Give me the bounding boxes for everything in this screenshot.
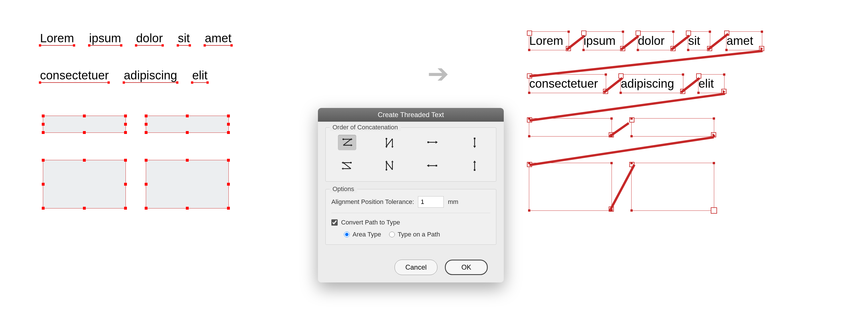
tolerance-input[interactable] xyxy=(418,196,444,208)
tolerance-label: Alignment Position Tolerance: xyxy=(331,198,414,206)
svg-marker-26 xyxy=(385,161,388,162)
svg-marker-23 xyxy=(342,168,343,170)
svg-marker-32 xyxy=(427,164,429,167)
group-label: Order of Concatenation xyxy=(330,124,401,131)
svg-marker-5 xyxy=(351,144,352,146)
thread-link-icon xyxy=(707,33,729,51)
in-port-icon[interactable] xyxy=(636,31,641,36)
area-type-radio[interactable] xyxy=(344,232,350,237)
svg-marker-29 xyxy=(391,161,394,162)
svg-rect-15 xyxy=(474,138,475,139)
in-port-icon[interactable] xyxy=(527,31,532,36)
svg-line-9 xyxy=(386,139,392,146)
svg-marker-2 xyxy=(351,138,352,140)
in-port-icon[interactable] xyxy=(581,31,586,36)
point-text[interactable]: ipsum xyxy=(89,31,121,46)
point-text[interactable]: Lorem xyxy=(40,31,74,46)
svg-marker-11 xyxy=(391,146,394,148)
order-lr-button[interactable] xyxy=(423,135,441,150)
threaded-text-frame[interactable]: adipiscing xyxy=(620,74,683,93)
threaded-text-frame[interactable] xyxy=(529,163,612,211)
thread-link-icon xyxy=(529,136,714,166)
convert-label: Convert Path to Type xyxy=(341,219,400,226)
tolerance-unit: mm xyxy=(448,198,458,206)
point-text[interactable]: consectetuer xyxy=(40,69,108,83)
ok-button[interactable]: OK xyxy=(445,260,488,275)
order-bt-button[interactable] xyxy=(466,158,484,174)
create-threaded-text-dialog: Create Threaded Text Order of Concatenat… xyxy=(318,108,504,282)
point-text[interactable]: dolor xyxy=(136,31,163,46)
point-text[interactable]: adipiscing xyxy=(124,69,177,83)
selected-path[interactable] xyxy=(146,116,229,133)
thread-link-icon xyxy=(609,122,629,138)
text-row: consectetuer adipiscing elit xyxy=(40,69,245,83)
order-reverse-n-button[interactable] xyxy=(380,158,399,174)
type-on-path-radio[interactable] xyxy=(389,232,395,237)
selected-path[interactable] xyxy=(146,160,229,208)
group-label: Options xyxy=(330,185,357,193)
threaded-text-frame[interactable]: sit xyxy=(688,31,710,50)
result-arrow-icon: ➔ xyxy=(427,59,449,89)
options-group: Options Alignment Position Tolerance: mm… xyxy=(326,189,496,245)
threaded-text-frame[interactable]: consectetuer xyxy=(529,74,606,93)
type-on-path-radio-label[interactable]: Type on a Path xyxy=(389,231,440,238)
order-n-tb-lr-button[interactable] xyxy=(380,135,399,150)
svg-line-21 xyxy=(343,163,351,169)
thread-link-icon xyxy=(529,50,763,77)
overflow-indicator-icon[interactable] xyxy=(711,207,717,213)
threaded-text-frame[interactable]: ipsum xyxy=(583,31,623,50)
selected-path[interactable] xyxy=(43,116,126,133)
point-text[interactable]: amet xyxy=(205,31,231,46)
text-row: Lorem ipsum dolor sit amet xyxy=(40,31,245,46)
point-text[interactable]: sit xyxy=(178,31,190,46)
dialog-title: Create Threaded Text xyxy=(318,108,504,122)
svg-rect-30 xyxy=(435,165,437,166)
order-rl-button[interactable] xyxy=(423,158,441,174)
order-z-lr-tb-button[interactable] xyxy=(338,135,356,150)
svg-marker-8 xyxy=(385,146,388,148)
svg-marker-14 xyxy=(435,141,438,144)
thread-link-icon xyxy=(529,93,725,122)
selected-path[interactable] xyxy=(43,160,126,208)
threaded-text-frame[interactable] xyxy=(631,163,714,211)
svg-line-27 xyxy=(386,162,392,170)
threaded-text-frame[interactable]: dolor xyxy=(638,31,674,50)
svg-rect-33 xyxy=(474,169,475,171)
svg-marker-35 xyxy=(473,161,476,163)
threaded-text-frame[interactable]: Lorem xyxy=(529,31,569,50)
convert-path-to-type-checkbox[interactable] xyxy=(331,219,338,226)
order-tb-button[interactable] xyxy=(466,135,484,150)
svg-line-3 xyxy=(343,139,351,145)
svg-marker-20 xyxy=(342,162,343,164)
cancel-button[interactable]: Cancel xyxy=(395,260,437,275)
threaded-text-frame[interactable] xyxy=(529,118,612,136)
area-type-radio-label[interactable]: Area Type xyxy=(344,231,381,238)
before-panel: Lorem ipsum dolor sit amet consectetuer … xyxy=(40,31,245,106)
threaded-text-frame[interactable] xyxy=(631,118,714,136)
svg-marker-17 xyxy=(473,146,476,148)
order-of-concatenation-group: Order of Concatenation xyxy=(326,127,496,181)
svg-rect-12 xyxy=(427,141,429,143)
threaded-text-frame[interactable]: amet xyxy=(726,31,762,50)
order-reverse-z-button[interactable] xyxy=(338,158,356,174)
threaded-text-frame[interactable]: elit xyxy=(698,74,724,93)
point-text[interactable]: elit xyxy=(192,69,208,83)
